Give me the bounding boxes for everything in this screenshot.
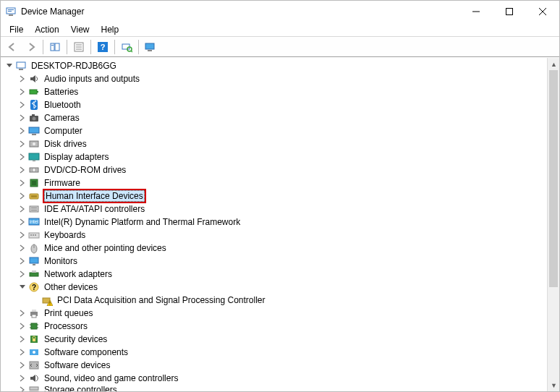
expander-icon[interactable] (17, 87, 27, 97)
device-label: PCI Data Acquisition and Signal Processi… (56, 295, 266, 305)
root-label: DESKTOP-RDJB6GG (30, 61, 118, 71)
tree-category[interactable]: Print queues (4, 307, 547, 320)
tree-category[interactable]: Security devices (4, 333, 547, 346)
add-legacy-hardware-button[interactable] (142, 38, 159, 56)
expander-icon[interactable] (17, 360, 27, 370)
app-icon (5, 6, 17, 17)
expander-icon[interactable] (17, 113, 27, 123)
tree-category[interactable]: Monitors (4, 255, 547, 268)
expander-icon[interactable] (17, 373, 27, 383)
expander-icon[interactable] (17, 269, 27, 279)
category-label: Computer (43, 126, 84, 136)
forward-button[interactable] (22, 38, 40, 56)
tree-category[interactable]: Batteries (4, 85, 547, 98)
menu-view[interactable]: View (65, 22, 96, 36)
highlight-box: Human Interface Devices (43, 189, 146, 203)
tree-category[interactable]: Human Interface Devices (4, 189, 547, 203)
back-button[interactable] (4, 38, 21, 56)
svg-rect-50 (35, 234, 36, 236)
tree-category[interactable]: Audio inputs and outputs (4, 72, 547, 85)
tree-category[interactable]: Storage controllers (4, 385, 547, 391)
svg-rect-25 (37, 91, 38, 93)
minimize-button[interactable] (459, 1, 493, 22)
category-label: Software devices (43, 360, 111, 370)
toolbar: ? (1, 37, 559, 57)
computer-icon (28, 125, 40, 137)
svg-rect-44 (31, 210, 37, 210)
expander-icon[interactable] (17, 308, 27, 318)
show-hide-tree-button[interactable] (46, 38, 64, 56)
expander-icon[interactable] (17, 243, 27, 253)
tree-category[interactable]: Network adapters (4, 268, 547, 281)
tree-category[interactable]: Processors (4, 320, 547, 333)
scroll-thumb[interactable] (549, 70, 558, 287)
dvd-icon (28, 164, 40, 176)
tree-category[interactable]: Bluetooth (4, 98, 547, 111)
tree-category[interactable]: Keyboards (4, 229, 547, 242)
help-button[interactable]: ? (94, 38, 111, 56)
svg-rect-5 (506, 9, 513, 15)
device-tree[interactable]: DESKTOP-RDJB6GG Audio inputs and outputs… (1, 58, 547, 391)
tree-root[interactable]: DESKTOP-RDJB6GG (4, 59, 547, 72)
scroll-down-button[interactable]: ▼ (548, 379, 560, 391)
expander-icon[interactable] (17, 152, 27, 162)
tree-category[interactable]: Mice and other pointing devices (4, 242, 547, 255)
menu-file[interactable]: File (4, 22, 29, 36)
svg-rect-35 (33, 161, 35, 161)
svg-point-33 (33, 142, 35, 145)
expander-icon[interactable] (17, 204, 27, 214)
tree-category[interactable]: Computer (4, 124, 547, 137)
softdev-icon (28, 359, 40, 371)
svg-rect-56 (32, 270, 36, 273)
expander-icon[interactable] (17, 191, 27, 201)
tree-category[interactable]: ? Other devices (4, 281, 547, 294)
expander-icon[interactable] (17, 126, 27, 136)
category-label: Cameras (43, 113, 81, 123)
expander-icon[interactable] (4, 61, 14, 71)
expander-icon[interactable] (17, 178, 27, 188)
cpu-icon (28, 320, 40, 332)
svg-rect-43 (31, 208, 37, 208)
expander-icon[interactable] (17, 282, 27, 292)
svg-rect-71 (33, 338, 35, 341)
menu-action[interactable]: Action (29, 22, 64, 36)
tree-device[interactable]: ! PCI Data Acquisition and Signal Proces… (4, 294, 547, 307)
thermal-icon: intel (28, 216, 40, 228)
properties-button[interactable] (70, 38, 88, 56)
security-icon (28, 333, 40, 345)
expander-icon[interactable] (17, 139, 27, 149)
tree-category[interactable]: DVD/CD-ROM drives (4, 163, 547, 176)
svg-rect-9 (55, 43, 59, 51)
expander-icon[interactable] (17, 385, 27, 391)
expander-icon[interactable] (17, 347, 27, 357)
vertical-scrollbar[interactable]: ▲ ▼ (547, 58, 559, 391)
menu-help[interactable]: Help (96, 22, 125, 36)
tree-category[interactable]: IDE ATA/ATAPI controllers (4, 203, 547, 216)
tree-category[interactable]: Software devices (4, 359, 547, 372)
expander-icon[interactable] (17, 165, 27, 175)
expander-icon[interactable] (17, 100, 27, 110)
maximize-button[interactable] (493, 1, 526, 22)
close-button[interactable] (526, 1, 559, 22)
tree-category[interactable]: Software components (4, 346, 547, 359)
tree-category[interactable]: Cameras (4, 111, 547, 124)
expander-icon[interactable] (17, 321, 27, 331)
svg-rect-17 (122, 44, 130, 49)
category-label: Batteries (43, 87, 80, 97)
category-label: Print queues (43, 308, 94, 318)
expander-icon[interactable] (17, 74, 27, 84)
tree-category[interactable]: Disk drives (4, 137, 547, 150)
expander-icon[interactable] (17, 334, 27, 344)
tree-category[interactable]: Sound, video and game controllers (4, 372, 547, 385)
expander-icon[interactable] (17, 256, 27, 266)
tree-category[interactable]: intel Intel(R) Dynamic Platform and Ther… (4, 216, 547, 229)
expander-icon[interactable] (17, 217, 27, 227)
bluetooth-icon (28, 99, 40, 111)
scroll-up-button[interactable]: ▲ (548, 58, 560, 70)
expander-icon[interactable] (17, 230, 27, 240)
svg-rect-74 (30, 362, 38, 369)
tree-category[interactable]: Firmware (4, 176, 547, 189)
tree-category[interactable]: Display adapters (4, 150, 547, 163)
scan-hardware-button[interactable] (118, 38, 135, 56)
svg-rect-48 (30, 234, 32, 236)
